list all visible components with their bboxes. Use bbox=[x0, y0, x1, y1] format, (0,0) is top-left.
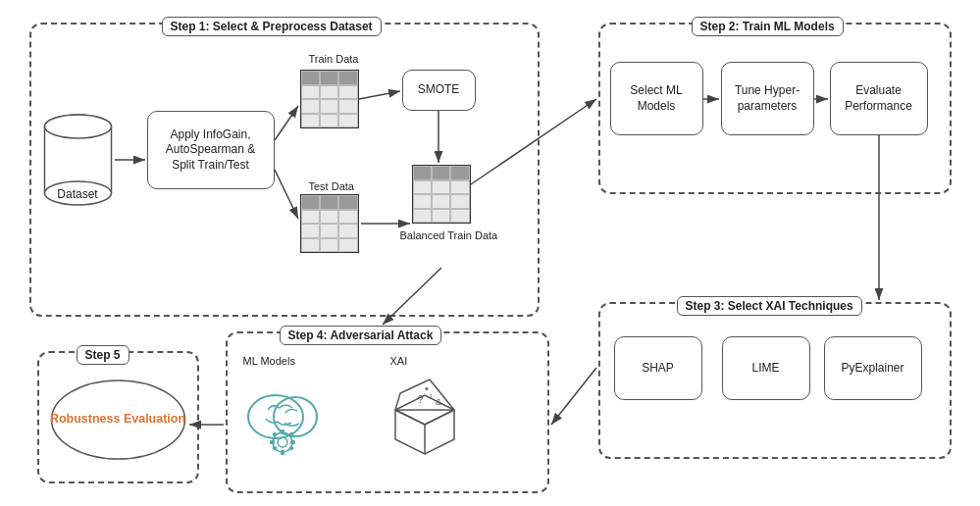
svg-point-3 bbox=[44, 115, 111, 138]
evaluate-box: Evaluate Performance bbox=[830, 62, 928, 135]
tune-hyper-box: Tune Hyper- parameters bbox=[721, 62, 814, 135]
svg-point-4 bbox=[248, 395, 303, 438]
train-table-icon bbox=[300, 70, 359, 128]
svg-rect-12 bbox=[272, 431, 278, 437]
dataset-label: Dataset bbox=[41, 187, 115, 201]
lime-box: LIME bbox=[722, 336, 810, 400]
svg-marker-17 bbox=[395, 410, 454, 425]
evaluate-label: Evaluate Performance bbox=[845, 83, 912, 114]
svg-rect-10 bbox=[270, 440, 275, 444]
svg-text:&: & bbox=[436, 397, 441, 407]
balanced-train-label: Balanced Train Data bbox=[400, 228, 498, 242]
robustness-label: Robustness Evaluation bbox=[50, 411, 185, 429]
pyexplainer-box: PyExplainer bbox=[824, 336, 922, 400]
svg-text:✦: ✦ bbox=[424, 385, 430, 392]
balanced-train-table bbox=[412, 165, 471, 224]
svg-text:?: ? bbox=[418, 394, 424, 405]
shap-label: SHAP bbox=[642, 361, 674, 377]
select-ml-box: Select ML Models bbox=[610, 62, 703, 135]
step5-label: Step 5 bbox=[77, 345, 129, 365]
svg-rect-9 bbox=[281, 450, 284, 455]
pyexplainer-label: PyExplainer bbox=[841, 361, 903, 377]
svg-line-36 bbox=[551, 368, 596, 425]
apply-box: Apply InfoGain, AutoSpearman & Split Tra… bbox=[147, 111, 275, 189]
step3-label: Step 3: Select XAI Techniques bbox=[677, 296, 862, 316]
diagram: Step 1: Select & Preprocess Dataset Step… bbox=[20, 13, 961, 493]
lime-label: LIME bbox=[751, 361, 779, 377]
step4-label: Step 4: Adversarial Attack bbox=[280, 326, 442, 345]
dataset-cylinder: Dataset bbox=[41, 111, 115, 209]
svg-rect-11 bbox=[290, 440, 295, 444]
step4-ml-label: ML Models bbox=[243, 354, 295, 368]
apply-label: Apply InfoGain, AutoSpearman & Split Tra… bbox=[166, 127, 255, 174]
svg-text:!: ! bbox=[430, 392, 432, 401]
tune-hyper-label: Tune Hyper- parameters bbox=[735, 83, 799, 114]
svg-point-7 bbox=[278, 437, 287, 447]
smote-label: SMOTE bbox=[418, 82, 460, 98]
svg-point-5 bbox=[274, 397, 317, 436]
xai-box-icon: ? ! ✦ & bbox=[371, 371, 479, 464]
train-data-label: Train Data bbox=[309, 52, 359, 66]
robustness-container: Robustness Evaluation bbox=[47, 376, 189, 464]
step4-xai-label: XAI bbox=[390, 354, 408, 368]
step1-label: Step 1: Select & Preprocess Dataset bbox=[162, 17, 382, 36]
svg-rect-8 bbox=[281, 430, 284, 434]
test-data-label: Test Data bbox=[309, 179, 354, 193]
select-ml-label: Select ML Models bbox=[630, 83, 682, 114]
test-table-icon bbox=[300, 194, 359, 253]
smote-box: SMOTE bbox=[402, 70, 476, 111]
brain-icon bbox=[233, 371, 341, 469]
step2-label: Step 2: Train ML Models bbox=[692, 17, 844, 36]
shap-box: SHAP bbox=[614, 336, 702, 400]
